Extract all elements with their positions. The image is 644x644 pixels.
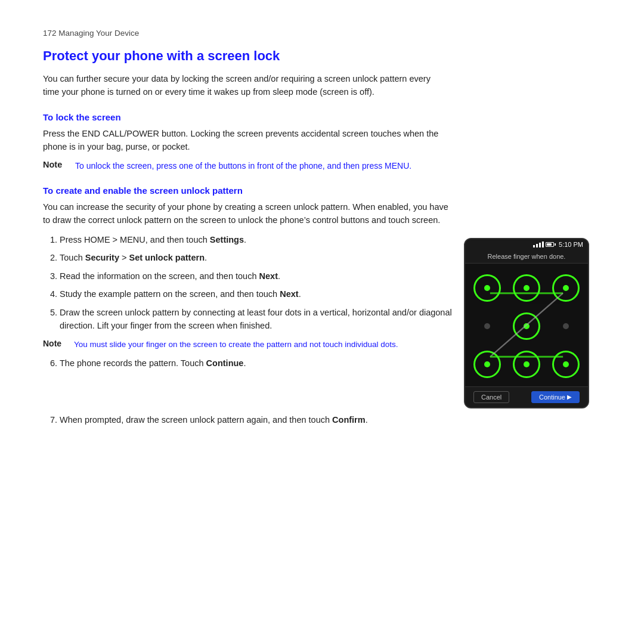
continue-arrow-icon: ▶ <box>567 394 572 400</box>
page-container: 172 Managing Your Device Protect your ph… <box>0 0 644 461</box>
dot-2-3 <box>552 312 580 340</box>
bar3 <box>539 243 541 247</box>
section2-heading: To create and enable the screen unlock p… <box>43 185 601 196</box>
phone-buttons: Cancel Continue ▶ <box>465 386 588 407</box>
section2-body: You can increase the security of your ph… <box>43 200 448 227</box>
phone-statusbar: 5:10 PM <box>465 239 588 250</box>
status-icons <box>533 241 554 247</box>
step-6: The phone records the pattern. Touch Con… <box>60 357 452 370</box>
dot-inner-3-2 <box>524 361 530 367</box>
dot-3-3 <box>552 351 580 378</box>
dot-2-2 <box>513 312 540 340</box>
dot-2-1 <box>473 312 501 340</box>
dot-inner-1-1 <box>484 285 490 291</box>
dot-row-2 <box>473 312 580 340</box>
bar4 <box>542 242 544 247</box>
phone-grid-wrapper <box>465 264 588 386</box>
step1-bold: Settings <box>210 235 244 244</box>
dot-inner-2-3 <box>563 323 569 329</box>
dot-inner-1-2 <box>524 285 530 291</box>
steps-column: Press HOME > MENU, and then touch Settin… <box>43 233 452 376</box>
steps-list-final: When prompted, draw the screen unlock pa… <box>43 413 601 426</box>
continue-button[interactable]: Continue ▶ <box>531 391 580 403</box>
phone-mockup-col: 5:10 PM Release finger when done. <box>464 238 601 408</box>
status-time: 5:10 PM <box>559 241 583 248</box>
dot-3-1 <box>473 351 501 378</box>
battery-fill <box>547 243 552 246</box>
steps-and-image: Press HOME > MENU, and then touch Settin… <box>43 233 601 408</box>
intro-text: You can further secure your data by lock… <box>43 72 448 99</box>
continue-label: Continue <box>539 394 565 401</box>
step-5: Draw the screen unlock pattern by connec… <box>60 306 452 333</box>
page-number: 172 Managing Your Device <box>43 29 601 38</box>
phone-message: Release finger when done. <box>465 250 588 264</box>
signal-icon <box>533 241 544 247</box>
step7-bold: Confirm <box>332 415 366 425</box>
note-text: To unlock the screen, press one of the b… <box>75 160 411 172</box>
note-label: Note <box>43 160 68 172</box>
dot-row-3 <box>473 351 580 378</box>
step2-bold2: Set unlock pattern <box>129 253 205 262</box>
step3-bold: Next <box>259 271 278 281</box>
bar1 <box>533 245 535 247</box>
section1-heading: To lock the screen <box>43 112 601 122</box>
dot-1-1 <box>473 274 501 302</box>
cancel-button[interactable]: Cancel <box>473 391 509 403</box>
step5-note-label: Note <box>43 339 68 351</box>
steps-list-cont: The phone records the pattern. Touch Con… <box>43 357 452 370</box>
dot-inner-1-3 <box>563 285 569 291</box>
dot-inner-2-1 <box>484 323 490 329</box>
step-4: Study the example pattern on the screen,… <box>60 287 452 301</box>
section1-note: Note To unlock the screen, press one of … <box>43 160 448 172</box>
dot-row-1 <box>473 274 580 302</box>
dot-1-3 <box>552 274 580 302</box>
step5-note-text: You must slide your finger on the screen… <box>74 339 398 351</box>
section2: To create and enable the screen unlock p… <box>43 185 601 426</box>
dot-3-2 <box>513 351 540 378</box>
phone-mockup: 5:10 PM Release finger when done. <box>464 238 589 408</box>
step-7: When prompted, draw the screen unlock pa… <box>60 413 601 426</box>
step5-note: Note You must slide your finger on the s… <box>43 339 452 351</box>
battery-icon <box>546 242 554 247</box>
dot-inner-2-2 <box>524 323 530 329</box>
step-3: Read the information on the screen, and … <box>60 270 452 283</box>
section1-body: Press the END CALL/POWER button. Locking… <box>43 127 448 154</box>
step2-bold1: Security <box>85 253 119 262</box>
dot-inner-3-3 <box>563 361 569 367</box>
dot-inner-3-1 <box>484 361 490 367</box>
step-2: Touch Security > Set unlock pattern. <box>60 251 452 264</box>
steps-list: Press HOME > MENU, and then touch Settin… <box>43 233 452 333</box>
dot-1-2 <box>513 274 540 302</box>
bar2 <box>536 244 538 247</box>
page-title: Protect your phone with a screen lock <box>43 48 601 64</box>
step4-bold: Next <box>280 289 298 299</box>
step6-bold: Continue <box>206 358 244 368</box>
phone-grid <box>465 264 588 386</box>
step-1: Press HOME > MENU, and then touch Settin… <box>60 233 452 246</box>
